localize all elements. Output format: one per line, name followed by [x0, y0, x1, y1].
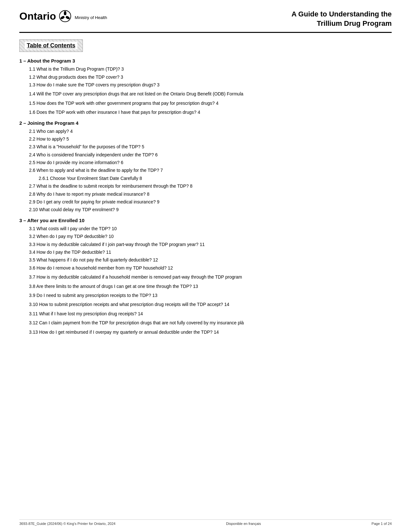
toc-item-3.2: 3.2 When do I pay my TDP deductible? 10: [29, 233, 392, 240]
page: Ontario Ministry of Health A Guide to Un…: [0, 0, 411, 532]
guide-title-line2: Trillium Drug Program: [317, 19, 392, 27]
toc-item-1.2: 1.2 What drug products does the TDP cove…: [29, 74, 392, 81]
toc-item-3.1: 3.1 What costs will I pay under the TDP?…: [29, 225, 392, 232]
toc-item-1.1: 1.1 What is the Trillium Drug Program (T…: [29, 65, 392, 73]
section2-heading: 2 – Joining the Program 4: [19, 119, 392, 127]
toc-item-2.8: 2.8 Why do I have to report my private m…: [29, 191, 392, 198]
toc-item-2.5: 2.5 How do I provide my income informati…: [29, 159, 392, 166]
toc-content: 1 – About the Program 3 1.1 What is the …: [19, 57, 392, 336]
toc-item-3.7: 3.7 How is my deductible calculated if a…: [29, 273, 392, 281]
toc-item-3.11: 3.11 What if I have lost my prescription…: [29, 310, 392, 317]
toc-item-2.2: 2.2 How to apply? 5: [29, 135, 392, 143]
toc-item-1.5: 1.5 How does the TDP work with other gov…: [29, 100, 392, 107]
toc-item-2.10: 2.10 What could delay my TDP enrolment? …: [29, 206, 392, 213]
footer-right: Page 1 of 24: [372, 522, 392, 526]
footer: 3693-87E_Guide (2024/06) © King's Printe…: [19, 519, 392, 526]
section1-heading: 1 – About the Program 3: [19, 57, 392, 65]
header-left: Ontario Ministry of Health: [19, 10, 107, 23]
toc-item-1.6: 1.6 Does the TDP work with other insuran…: [29, 109, 392, 116]
toc-item-2.3: 2.3 What is a "Household" for the purpos…: [29, 143, 392, 150]
toc-item-1.4: 1.4 Will the TDP cover any prescription …: [29, 90, 392, 97]
toc-item-2.9: 2.9 Do I get any credit for paying for p…: [29, 198, 392, 205]
ontario-wordmark: Ontario: [19, 10, 56, 22]
toc-item-3.12: 3.12 Can I claim payment from the TDP fo…: [29, 319, 392, 326]
toc-item-3.3: 3.3 How is my deductible calculated if I…: [29, 241, 392, 248]
footer-left: 3693-87E_Guide (2024/06) © King's Printe…: [19, 522, 115, 526]
toc-item-2.7: 2.7 What is the deadline to submit recei…: [29, 182, 392, 190]
ministry-label: Ministry of Health: [75, 15, 107, 20]
guide-title-line1: A Guide to Understanding the: [291, 10, 392, 18]
toc-item-3.13: 3.13 How do I get reimbursed if I overpa…: [29, 329, 392, 336]
toc-item-3.5: 3.5 What happens if I do not pay the ful…: [29, 256, 392, 263]
toc-item-3.9: 3.9 Do I need to submit any prescription…: [29, 292, 392, 299]
toc-item-3.6: 3.6 How do I remove a household member f…: [29, 264, 392, 271]
toc-item-3.10: 3.10 How to submit prescription receipts…: [29, 301, 392, 308]
footer-center: Disponible en français: [226, 522, 261, 526]
toc-title: Table of Contents: [25, 42, 77, 49]
toc-item-3.4: 3.4 How do I pay the TDP deductible? 11: [29, 249, 392, 256]
section3-heading: 3 – After you are Enrolled 10: [19, 217, 392, 224]
toc-item-3.8: 3.8 Are there limits to the amount of dr…: [29, 283, 392, 290]
toc-item-2.1: 2.1 Who can apply? 4: [29, 128, 392, 135]
toc-item-1.3: 1.3 How do I make sure the TDP covers my…: [29, 81, 392, 88]
toc-item-2.6.1: 2.6.1 Choose Your Enrolment Start Date C…: [39, 175, 392, 182]
svg-point-1: [64, 11, 66, 15]
toc-item-2.4: 2.4 Who is considered financially indepe…: [29, 151, 392, 158]
trillium-icon: [59, 10, 72, 23]
toc-header-box: Table of Contents: [19, 39, 83, 52]
header-right: A Guide to Understanding the Trillium Dr…: [291, 10, 392, 28]
ontario-logo: Ontario: [19, 10, 72, 23]
guide-title: A Guide to Understanding the Trillium Dr…: [291, 10, 392, 28]
toc-item-2.6: 2.6 When to apply and what is the deadli…: [29, 167, 392, 174]
svg-point-4: [64, 15, 66, 17]
header: Ontario Ministry of Health A Guide to Un…: [19, 10, 392, 33]
